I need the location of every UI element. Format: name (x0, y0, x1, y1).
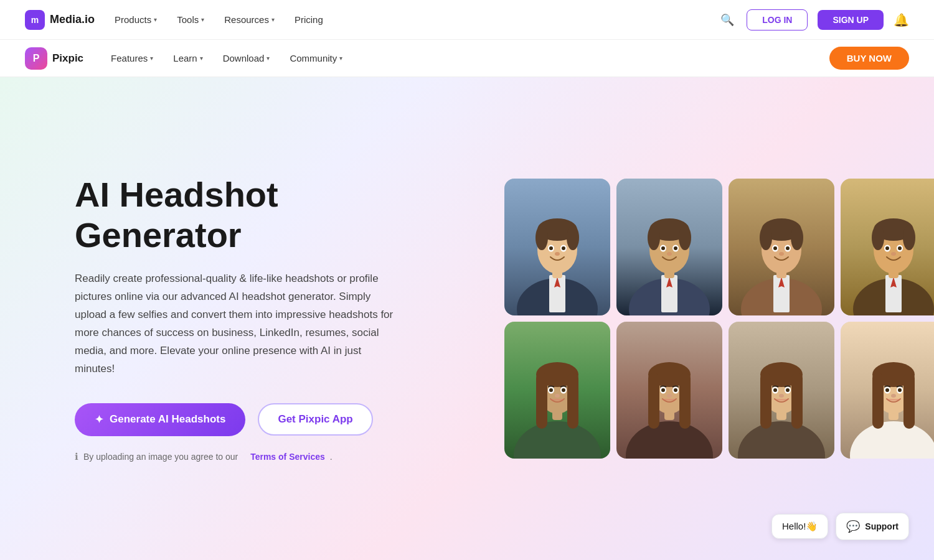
logo-icon: m (25, 10, 45, 30)
terms-notice: ℹ By uploading an image you agree to our… (75, 451, 423, 462)
terms-text: By uploading an image you agree to our (83, 452, 238, 462)
svg-point-11 (549, 246, 553, 250)
svg-point-8 (567, 225, 579, 250)
hero-title: AI Headshot Generator (75, 175, 423, 255)
svg-rect-74 (679, 373, 691, 429)
nav-pricing[interactable]: Pricing (295, 14, 323, 25)
info-icon: ℹ (75, 451, 78, 462)
subnav-download[interactable]: Download ▾ (215, 48, 278, 68)
svg-rect-98 (903, 373, 915, 429)
svg-rect-62 (567, 373, 578, 429)
pixpic-logo-icon: P (25, 47, 47, 70)
support-icon: 💬 (846, 520, 860, 533)
pixpic-brand-name: Pixpic (52, 52, 83, 65)
terms-link[interactable]: Terms of Services (250, 452, 325, 462)
buy-now-button[interactable]: BUY NOW (829, 47, 909, 70)
svg-point-13 (555, 252, 560, 256)
sub-navigation: P Pixpic Features ▾ Learn ▾ Download ▾ C… (0, 40, 934, 77)
svg-point-54 (898, 246, 902, 250)
svg-point-77 (661, 388, 665, 392)
headshot-card-6 (616, 322, 722, 459)
notification-button[interactable]: 🔔 (894, 12, 909, 27)
subnav-features[interactable]: Features ▾ (103, 48, 161, 68)
svg-point-7 (535, 225, 548, 250)
svg-point-89 (773, 388, 777, 392)
headshot-card-1 (504, 179, 610, 315)
ai-sparkle-icon: ✦ (95, 413, 103, 426)
chevron-down-icon: ▾ (150, 55, 153, 62)
top-nav-left: m Media.io Products ▾ Tools ▾ Resources … (25, 10, 323, 30)
media-io-logo[interactable]: m Media.io (25, 10, 95, 30)
hero-content: AI Headshot Generator Readily create pro… (0, 138, 423, 499)
nav-resources[interactable]: Resources ▾ (224, 14, 275, 25)
svg-point-12 (562, 246, 565, 250)
svg-point-102 (898, 388, 902, 392)
login-button[interactable]: LOG IN (747, 9, 808, 30)
generate-headshots-button[interactable]: ✦ Generate AI Headshots (75, 403, 245, 436)
svg-rect-61 (536, 373, 547, 429)
hero-buttons: ✦ Generate AI Headshots Get Pixpic App (75, 403, 423, 436)
svg-rect-85 (760, 373, 771, 429)
chevron-down-icon: ▾ (267, 55, 270, 62)
headshot-grid (504, 179, 934, 459)
svg-point-53 (885, 246, 889, 250)
svg-point-91 (779, 394, 784, 398)
svg-rect-97 (872, 373, 884, 429)
nav-tools[interactable]: Tools ▾ (177, 14, 204, 25)
svg-point-40 (786, 246, 790, 250)
chevron-down-icon: ▾ (339, 55, 342, 62)
svg-point-90 (786, 388, 790, 392)
logo-name: Media.io (50, 13, 95, 26)
svg-point-66 (562, 388, 565, 392)
headshot-card-3 (729, 179, 834, 315)
svg-rect-73 (648, 373, 659, 429)
svg-point-35 (760, 225, 772, 250)
headshot-card-8 (841, 322, 934, 459)
hello-bubble: Hello!👋 (771, 514, 828, 539)
subnav-learn[interactable]: Learn ▾ (166, 48, 210, 68)
svg-point-27 (667, 252, 672, 256)
subnav-right: BUY NOW (829, 47, 909, 70)
chevron-down-icon: ▾ (201, 16, 204, 23)
svg-point-49 (872, 225, 884, 250)
svg-point-41 (779, 252, 784, 256)
svg-point-65 (549, 388, 553, 392)
svg-point-67 (555, 394, 560, 398)
headshot-card-4 (841, 179, 934, 315)
svg-point-103 (891, 394, 896, 398)
signup-button[interactable]: SIGN UP (818, 10, 884, 30)
svg-point-79 (667, 394, 672, 398)
svg-point-78 (674, 388, 677, 392)
svg-point-36 (791, 225, 803, 250)
svg-point-25 (661, 246, 665, 250)
svg-point-55 (891, 252, 896, 256)
subnav-community[interactable]: Community ▾ (282, 48, 350, 68)
get-pixpic-app-button[interactable]: Get Pixpic App (258, 403, 372, 436)
svg-rect-86 (791, 373, 803, 429)
chevron-down-icon: ▾ (154, 16, 157, 23)
chevron-down-icon: ▾ (200, 55, 203, 62)
svg-point-26 (674, 246, 677, 250)
nav-products[interactable]: Products ▾ (115, 14, 157, 25)
svg-point-39 (773, 246, 777, 250)
svg-point-50 (903, 225, 915, 250)
hero-description: Readily create professional-quality & li… (75, 270, 399, 378)
chevron-down-icon: ▾ (271, 16, 275, 23)
search-button[interactable]: 🔍 (718, 11, 737, 29)
support-button[interactable]: 💬 Support (836, 513, 909, 540)
top-nav-right: 🔍 LOG IN SIGN UP 🔔 (718, 9, 909, 30)
headshot-card-7 (729, 322, 834, 459)
svg-point-21 (648, 225, 660, 250)
svg-point-22 (679, 225, 691, 250)
support-chat-widget: Hello!👋 💬 Support (771, 513, 909, 540)
headshot-card-2 (616, 179, 722, 315)
svg-point-101 (885, 388, 889, 392)
headshot-card-5 (504, 322, 610, 459)
top-navigation: m Media.io Products ▾ Tools ▾ Resources … (0, 0, 934, 40)
hero-section: AI Headshot Generator Readily create pro… (0, 77, 934, 560)
pixpic-brand[interactable]: P Pixpic (25, 47, 83, 70)
